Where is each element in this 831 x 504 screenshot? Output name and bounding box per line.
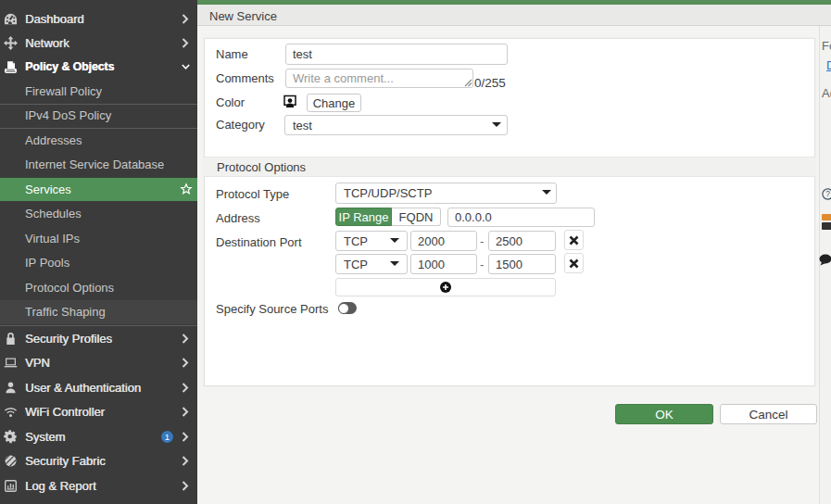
svg-text:?: ? <box>825 189 830 198</box>
